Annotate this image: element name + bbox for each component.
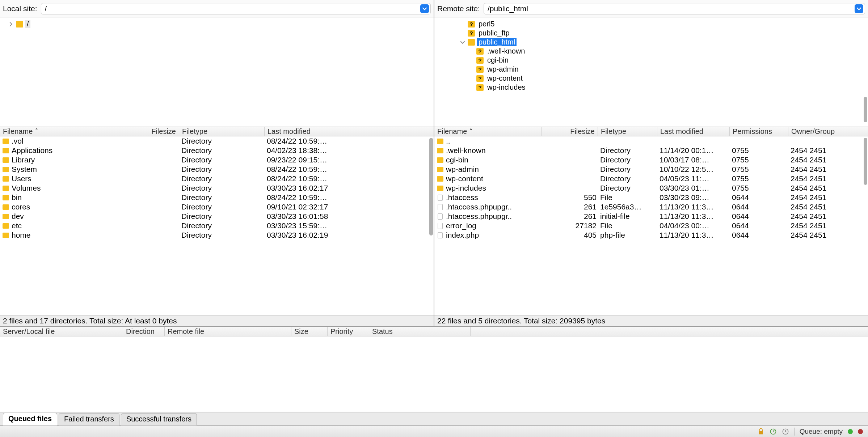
file-row[interactable]: index.php405php-file11/13/20 11:3…064424…: [434, 230, 868, 240]
tree-item[interactable]: ?cgi-bin: [438, 56, 864, 65]
tree-item-label: /: [25, 20, 30, 28]
chevron-right-icon[interactable]: [8, 22, 14, 27]
file-row[interactable]: cgi-binDirectory10/03/17 08:…07552454 24…: [434, 155, 868, 165]
remote-directory-tree[interactable]: ?perl5?public_ftppublic_html?.well-known…: [434, 17, 868, 127]
column-header[interactable]: Filetype: [179, 127, 265, 136]
tab-successful-transfers[interactable]: Successful transfers: [121, 413, 197, 425]
file-row[interactable]: UsersDirectory08/24/22 10:59:…: [0, 174, 434, 183]
file-row[interactable]: .well-knownDirectory11/14/20 00:1…075524…: [434, 146, 868, 155]
cell-perm: 0644: [732, 193, 791, 202]
column-header[interactable]: Filesize: [121, 127, 179, 136]
scrollbar-thumb[interactable]: [864, 138, 867, 185]
cell-mod: 10/03/17 08:…: [660, 156, 732, 164]
column-header[interactable]: Filename˄: [0, 127, 121, 136]
folder-icon: [2, 176, 9, 182]
folder-icon: [2, 157, 9, 163]
cell-type: Directory: [181, 212, 267, 221]
tree-item[interactable]: ?.well-known: [438, 47, 864, 56]
tree-item[interactable]: ?wp-content: [438, 74, 864, 83]
folder-unknown-icon: ?: [468, 21, 475, 27]
column-header[interactable]: Filename˄: [434, 127, 542, 136]
status-indicator-red[interactable]: [858, 429, 863, 434]
local-pane: Local site: / Filename˄FilesizeFiletypeL…: [0, 0, 434, 326]
chevron-down-icon[interactable]: [460, 40, 465, 45]
column-header[interactable]: Last modified: [265, 127, 434, 136]
local-directory-tree[interactable]: /: [0, 17, 434, 127]
cell-mod: 08/24/22 10:59:…: [267, 137, 434, 145]
remote-file-list[interactable]: ...well-knownDirectory11/14/20 00:1…0755…: [434, 136, 868, 315]
cell-owner: 2454 2451: [791, 184, 868, 192]
file-row[interactable]: LibraryDirectory09/23/22 09:15:…: [0, 155, 434, 165]
scrollbar-thumb[interactable]: [864, 97, 867, 122]
scrollbar-thumb[interactable]: [429, 138, 433, 236]
column-header[interactable]: Last modified: [657, 127, 730, 136]
lock-icon[interactable]: [757, 428, 764, 435]
file-row[interactable]: coresDirectory09/10/21 02:32:17: [0, 202, 434, 212]
file-row[interactable]: ..: [434, 136, 868, 146]
status-indicator-green[interactable]: [848, 429, 853, 434]
tab-queued-files[interactable]: Queued files: [3, 413, 57, 425]
queue-headers[interactable]: Server/Local fileDirectionRemote fileSiz…: [0, 327, 868, 336]
file-row[interactable]: etcDirectory03/30/23 15:59:…: [0, 221, 434, 230]
folder-unknown-icon: ?: [476, 66, 484, 73]
file-row[interactable]: binDirectory08/24/22 10:59:…: [0, 193, 434, 202]
file-row[interactable]: wp-adminDirectory10/10/22 12:5…07552454 …: [434, 165, 868, 174]
cell-type: Directory: [181, 231, 267, 239]
local-path-dropdown-button[interactable]: [420, 4, 429, 13]
file-row[interactable]: SystemDirectory08/24/22 10:59:…: [0, 165, 434, 174]
file-row[interactable]: .htaccess550File03/30/23 09:…06442454 24…: [434, 193, 868, 202]
remote-path-dropdown-button[interactable]: [855, 4, 863, 13]
tree-item[interactable]: ?wp-admin: [438, 65, 864, 74]
cell-owner: 2454 2451: [791, 231, 868, 239]
local-path-input-wrap[interactable]: [41, 3, 431, 14]
queue-column-header[interactable]: Server/Local file: [0, 327, 123, 336]
remote-path-input[interactable]: [488, 4, 855, 13]
cell-name: error_log: [446, 221, 544, 230]
local-file-list[interactable]: .volDirectory08/24/22 10:59:…Application…: [0, 136, 434, 315]
tree-item[interactable]: /: [4, 20, 430, 29]
file-row[interactable]: devDirectory03/30/23 16:01:58: [0, 212, 434, 221]
file-row[interactable]: error_log27182File04/04/23 00:…06442454 …: [434, 221, 868, 230]
file-icon: [437, 223, 444, 229]
folder-icon: [2, 139, 9, 144]
file-row[interactable]: .htaccess.phpupgr..261initial-file11/13/…: [434, 212, 868, 221]
queue-column-header[interactable]: Size: [291, 327, 328, 336]
tree-item[interactable]: ?perl5: [438, 20, 864, 29]
remote-path-input-wrap[interactable]: [484, 3, 865, 14]
refresh-icon[interactable]: [770, 428, 777, 435]
column-header[interactable]: Filesize: [542, 127, 598, 136]
cell-name: .htaccess: [446, 193, 544, 202]
tab-failed-transfers[interactable]: Failed transfers: [59, 413, 119, 425]
queue-column-header[interactable]: Status: [369, 327, 471, 336]
cell-mod: 04/02/23 18:38:…: [267, 146, 434, 155]
column-header[interactable]: Permissions: [730, 127, 788, 136]
file-row[interactable]: wp-contentDirectory04/05/23 11:…07552454…: [434, 174, 868, 183]
queue-column-header[interactable]: Remote file: [165, 327, 291, 336]
queue-column-header[interactable]: Direction: [123, 327, 165, 336]
file-row[interactable]: homeDirectory03/30/23 16:02:19: [0, 230, 434, 240]
tree-item[interactable]: ?public_ftp: [438, 29, 864, 38]
column-header[interactable]: Owner/Group: [788, 127, 868, 136]
file-row[interactable]: wp-includesDirectory03/30/23 01:…0755245…: [434, 183, 868, 193]
file-row[interactable]: .htaccess.phpupgr..2611e5956a3…11/13/20 …: [434, 202, 868, 212]
cell-name: .htaccess.phpupgr..: [446, 212, 544, 221]
queue-column-header[interactable]: Priority: [328, 327, 369, 336]
cell-mod: 04/05/23 11:…: [660, 174, 732, 183]
remote-file-headers[interactable]: Filename˄FilesizeFiletypeLast modifiedPe…: [434, 127, 868, 136]
cell-name: dev: [12, 212, 123, 221]
processing-icon[interactable]: [782, 428, 789, 435]
cell-size: 261: [544, 203, 600, 211]
file-row[interactable]: .volDirectory08/24/22 10:59:…: [0, 136, 434, 146]
file-row[interactable]: VolumesDirectory03/30/23 16:02:17: [0, 183, 434, 193]
cell-type: Directory: [181, 156, 267, 164]
local-status-bar: 2 files and 17 directories. Total size: …: [0, 315, 434, 326]
tree-item[interactable]: public_html: [438, 38, 864, 47]
queue-body[interactable]: [0, 336, 868, 412]
file-row[interactable]: ApplicationsDirectory04/02/23 18:38:…: [0, 146, 434, 155]
local-file-headers[interactable]: Filename˄FilesizeFiletypeLast modified: [0, 127, 434, 136]
sort-ascending-icon: ˄: [469, 127, 473, 136]
column-header[interactable]: Filetype: [598, 127, 657, 136]
local-path-input[interactable]: [45, 4, 420, 13]
cell-owner: 2454 2451: [791, 165, 868, 174]
tree-item[interactable]: ?wp-includes: [438, 83, 864, 92]
